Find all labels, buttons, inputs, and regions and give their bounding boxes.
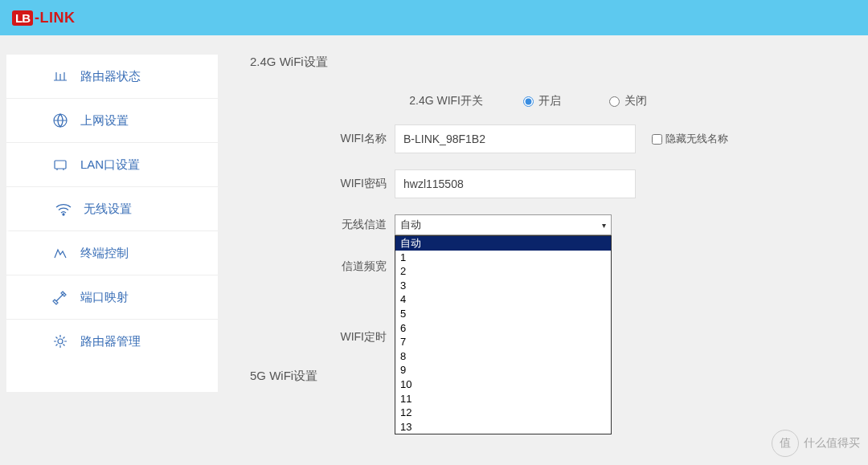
sidebar: 路由器状态 上网设置 LAN口设置 无线设置 终端控制 <box>6 55 218 392</box>
sidebar-item-portmap[interactable]: 端口映射 <box>6 275 218 320</box>
logo-text: -LINK <box>35 10 76 27</box>
checkbox-hide-ssid[interactable]: 隐藏无线名称 <box>652 132 728 146</box>
sidebar-item-clients[interactable]: 终端控制 <box>6 231 218 275</box>
channel-option[interactable]: 4 <box>395 292 611 307</box>
gear-icon <box>51 332 69 350</box>
sidebar-item-label: 路由器管理 <box>80 334 141 349</box>
input-wifi-name[interactable] <box>395 124 636 153</box>
router-status-icon <box>51 67 69 85</box>
channel-option[interactable]: 自动 <box>395 236 611 251</box>
channel-dropdown: 自动12345678910111213 <box>395 235 612 434</box>
channel-option[interactable]: 10 <box>395 377 611 392</box>
clients-icon <box>51 244 69 262</box>
sidebar-item-management[interactable]: 路由器管理 <box>6 320 218 363</box>
channel-option[interactable]: 3 <box>395 279 611 293</box>
channel-option[interactable]: 7 <box>395 335 611 349</box>
radio-off-label: 关闭 <box>624 94 647 108</box>
checkbox-hide-ssid-label: 隐藏无线名称 <box>665 132 728 146</box>
input-wifi-password[interactable] <box>395 169 636 198</box>
row-channel: 无线信道 自动 ▾ 自动12345678910111213 <box>234 214 868 235</box>
app-header: LB -LINK <box>0 0 868 35</box>
watermark-text: 什么值得买 <box>804 436 860 451</box>
label-wifi-name: WIFI名称 <box>234 132 395 146</box>
sidebar-item-label: 无线设置 <box>84 202 132 217</box>
watermark: 值 什么值得买 <box>772 430 860 457</box>
row-wifi-switch: 2.4G WIFI开关 开启 关闭 <box>234 94 868 108</box>
label-wifi-password: WIFI密码 <box>234 177 395 191</box>
channel-option[interactable]: 11 <box>395 392 611 406</box>
main-content: 2.4G WiFi设置 2.4G WIFI开关 开启 关闭 WIFI名称 隐藏无… <box>218 35 868 392</box>
channel-option[interactable]: 2 <box>395 264 611 279</box>
svg-point-3 <box>58 339 63 344</box>
row-wifi-password: WIFI密码 <box>234 169 868 198</box>
channel-option[interactable]: 13 <box>395 420 611 434</box>
radio-wifi-off[interactable]: 关闭 <box>609 94 647 108</box>
logo-badge: LB <box>12 10 33 26</box>
label-timer: WIFI定时 <box>234 330 395 345</box>
sidebar-item-status[interactable]: 路由器状态 <box>6 55 218 99</box>
radio-on-input[interactable] <box>523 96 534 107</box>
sidebar-item-label: 路由器状态 <box>80 69 141 84</box>
sidebar-item-wireless[interactable]: 无线设置 <box>6 187 218 231</box>
tools-icon <box>51 288 69 306</box>
chevron-down-icon: ▾ <box>602 221 606 230</box>
sidebar-item-lan[interactable]: LAN口设置 <box>6 143 218 187</box>
brand-logo: LB -LINK <box>12 10 76 27</box>
radio-off-input[interactable] <box>609 96 620 107</box>
label-bandwidth: 信道频宽 <box>234 259 395 274</box>
channel-option[interactable]: 9 <box>395 363 611 377</box>
lan-port-icon <box>51 156 69 173</box>
sidebar-item-internet[interactable]: 上网设置 <box>6 99 218 143</box>
channel-option[interactable]: 6 <box>395 321 611 336</box>
row-wifi-name: WIFI名称 隐藏无线名称 <box>234 124 868 153</box>
channel-option[interactable]: 12 <box>395 406 611 420</box>
select-channel[interactable]: 自动 ▾ <box>395 214 612 235</box>
checkbox-hide-ssid-input[interactable] <box>652 134 662 145</box>
select-channel-value: 自动 <box>400 218 421 232</box>
channel-option[interactable]: 1 <box>395 251 611 265</box>
svg-point-2 <box>63 214 64 215</box>
section-title-24g: 2.4G WiFi设置 <box>250 55 868 70</box>
label-channel: 无线信道 <box>234 218 395 232</box>
svg-rect-1 <box>55 161 66 169</box>
radio-wifi-on[interactable]: 开启 <box>523 94 561 108</box>
channel-option[interactable]: 5 <box>395 307 611 321</box>
label-wifi-switch: 2.4G WIFI开关 <box>234 94 491 108</box>
sidebar-item-label: LAN口设置 <box>80 157 140 173</box>
watermark-icon: 值 <box>772 430 799 457</box>
wifi-icon <box>55 200 72 218</box>
radio-on-label: 开启 <box>538 94 561 108</box>
sidebar-item-label: 上网设置 <box>80 113 129 128</box>
sidebar-item-label: 终端控制 <box>80 246 129 261</box>
channel-option[interactable]: 8 <box>395 349 611 364</box>
sidebar-item-label: 端口映射 <box>80 290 129 305</box>
globe-icon <box>51 112 69 129</box>
